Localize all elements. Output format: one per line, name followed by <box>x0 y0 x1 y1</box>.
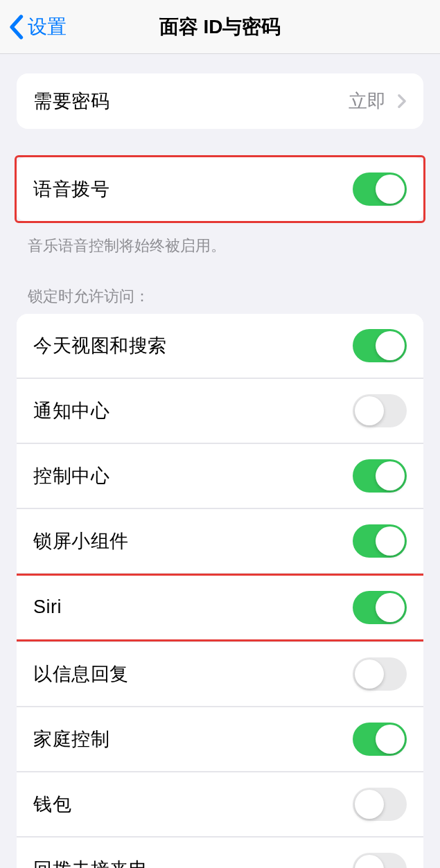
toggle-knob <box>355 790 384 819</box>
toggle-knob <box>376 725 405 754</box>
row-label: 家庭控制 <box>33 727 109 752</box>
lock-access-row[interactable]: 钱包 <box>17 772 423 837</box>
lock-access-group: 今天视图和搜索通知中心控制中心锁屏小组件Siri以信息回复家庭控制钱包回拨未接来… <box>17 314 423 868</box>
lock-section-header: 锁定时允许访问： <box>0 274 440 314</box>
toggle[interactable] <box>353 394 407 427</box>
lock-access-row[interactable]: 以信息回复 <box>17 641 423 707</box>
row-label: 通知中心 <box>33 398 109 423</box>
require-passcode-group: 需要密码 立即 <box>17 73 423 129</box>
toggle[interactable] <box>353 329 407 362</box>
lock-access-row[interactable]: 控制中心 <box>17 443 423 508</box>
voice-dial-highlight: 语音拨号 <box>15 155 425 223</box>
row-label: 以信息回复 <box>33 662 129 687</box>
require-passcode-row[interactable]: 需要密码 立即 <box>17 73 423 129</box>
chevron-left-icon <box>8 15 24 39</box>
toggle[interactable] <box>353 853 407 868</box>
toggle[interactable] <box>353 657 407 691</box>
toggle-knob <box>376 593 405 622</box>
lock-access-row[interactable]: 回拨未接来电 <box>17 837 423 868</box>
toggle-knob <box>355 659 384 689</box>
navbar: 设置 面容 ID与密码 <box>0 0 440 54</box>
voice-dial-toggle[interactable] <box>353 172 407 206</box>
lock-access-row[interactable]: Siri <box>17 574 423 641</box>
lock-access-row[interactable]: 锁屏小组件 <box>17 508 423 574</box>
back-button[interactable]: 设置 <box>0 14 67 40</box>
toggle[interactable] <box>353 788 407 821</box>
toggle[interactable] <box>353 591 407 624</box>
row-label: Siri <box>33 596 62 618</box>
toggle-knob <box>355 396 384 425</box>
back-label: 设置 <box>28 14 67 40</box>
toggle-knob <box>376 526 405 556</box>
voice-dial-footer: 音乐语音控制将始终被启用。 <box>0 230 440 274</box>
lock-access-row[interactable]: 家庭控制 <box>17 707 423 772</box>
row-label: 需要密码 <box>33 89 109 114</box>
row-value-container: 立即 <box>349 89 407 114</box>
voice-dial-row[interactable]: 语音拨号 <box>17 157 423 221</box>
content: 需要密码 立即 语音拨号 音乐语音控制将始终被启用。 锁定时允许访问： 今天视图… <box>0 54 440 868</box>
row-value: 立即 <box>349 89 386 114</box>
row-label: 锁屏小组件 <box>33 529 129 553</box>
toggle-knob <box>376 331 405 360</box>
row-label: 语音拨号 <box>33 177 109 202</box>
lock-access-row[interactable]: 今天视图和搜索 <box>17 314 423 378</box>
toggle[interactable] <box>353 723 407 756</box>
row-label: 控制中心 <box>33 463 109 488</box>
toggle[interactable] <box>353 524 407 558</box>
toggle[interactable] <box>353 459 407 493</box>
toggle-knob <box>376 175 405 204</box>
row-label: 今天视图和搜索 <box>33 333 167 358</box>
row-label: 钱包 <box>33 792 71 817</box>
lock-access-row[interactable]: 通知中心 <box>17 378 423 443</box>
toggle-knob <box>376 461 405 490</box>
row-label: 回拨未接来电 <box>33 857 148 868</box>
toggle-knob <box>355 855 384 868</box>
chevron-right-icon <box>397 94 407 109</box>
